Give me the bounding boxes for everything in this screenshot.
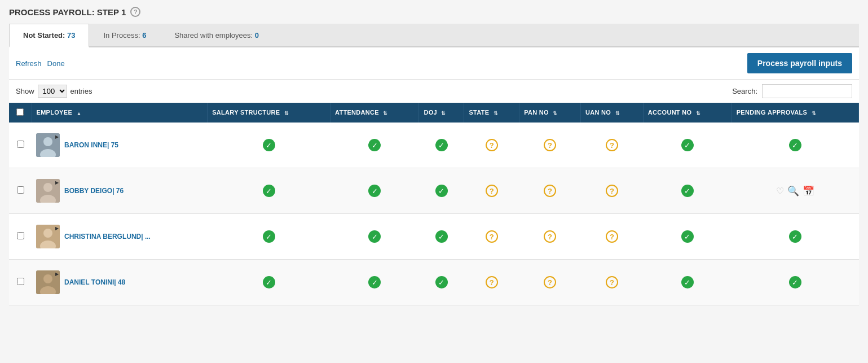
search-label: Search:: [732, 87, 757, 95]
salary-structure-cell: ✓: [208, 168, 331, 214]
employee-name[interactable]: BOBBY DEIGO| 76: [64, 187, 124, 195]
sort-pending-icon: ⇅: [812, 111, 816, 116]
row-checkbox[interactable]: [17, 141, 24, 148]
check-icon: ✓: [681, 230, 694, 243]
pan-no-cell: ?: [519, 123, 581, 168]
search-input[interactable]: [762, 84, 852, 98]
row-checkbox[interactable]: [17, 232, 24, 239]
check-icon: ✓: [789, 276, 801, 288]
select-all-checkbox[interactable]: [16, 108, 24, 116]
th-pending-approvals[interactable]: PENDING APPROVALS ⇅: [732, 103, 858, 123]
check-icon: ✓: [435, 230, 448, 243]
th-state[interactable]: STATE ⇅: [464, 103, 519, 123]
account-no-cell: ✓: [643, 123, 732, 168]
question-icon: ?: [486, 139, 498, 151]
state-cell: ?: [464, 168, 519, 214]
th-checkbox: [9, 103, 32, 123]
check-icon: ✓: [368, 230, 381, 243]
svg-point-1: [43, 137, 52, 146]
calendar-icon[interactable]: 📅: [803, 185, 814, 197]
pending-approvals-cell: ✓: [732, 214, 858, 260]
sort-salary-icon: ⇅: [284, 111, 289, 116]
employee-cell: ▶ BARON INNE| 75: [32, 123, 208, 168]
state-cell: ?: [464, 123, 519, 168]
check-icon: ✓: [435, 185, 448, 197]
sort-pan-icon: ⇅: [553, 111, 557, 116]
check-icon: ✓: [435, 139, 448, 151]
check-icon: ✓: [263, 276, 275, 288]
account-no-cell: ✓: [643, 168, 732, 214]
heart-icon[interactable]: ♡: [776, 186, 784, 196]
done-link[interactable]: Done: [47, 59, 65, 68]
uan-no-cell: ?: [580, 260, 643, 305]
question-icon: ?: [486, 185, 498, 197]
pan-no-cell: ?: [519, 260, 581, 305]
binoculars-icon[interactable]: 🔍: [787, 185, 799, 197]
doj-cell: ✓: [419, 123, 464, 168]
employee-name[interactable]: BARON INNE| 75: [64, 141, 118, 149]
avatar: ▶: [36, 179, 60, 203]
page-title: PROCESS PAYROLL: STEP 1 ?: [9, 7, 859, 17]
table-row: ▶ BARON INNE| 75 ✓ ✓ ✓ ? ? ? ✓ ✓: [9, 123, 859, 168]
th-doj[interactable]: DOJ ⇅: [419, 103, 464, 123]
question-icon: ?: [606, 139, 618, 151]
check-icon: ✓: [368, 139, 381, 151]
account-no-cell: ✓: [643, 260, 732, 305]
pan-no-cell: ?: [519, 168, 581, 214]
check-icon: ✓: [263, 230, 275, 243]
check-icon: ✓: [789, 230, 801, 243]
pending-approvals-cell: ✓: [732, 260, 858, 305]
avatar: ▶: [36, 270, 60, 294]
tab-in-process[interactable]: In Process: 6: [89, 24, 160, 46]
question-icon: ?: [486, 230, 498, 243]
row-checkbox[interactable]: [17, 278, 24, 285]
employee-name[interactable]: DANIEL TONINI| 48: [64, 278, 125, 286]
th-attendance[interactable]: ATTENDANCE ⇅: [330, 103, 419, 123]
employee-info: ▶ BARON INNE| 75: [36, 128, 203, 162]
employee-name[interactable]: CHRISTINA BERGLUND| ...: [64, 233, 151, 240]
check-icon: ✓: [789, 139, 801, 151]
help-icon[interactable]: ?: [130, 7, 140, 17]
table-wrapper: EMPLOYEE ▲ SALARY STRUCTURE ⇅ ATTENDANCE…: [9, 103, 859, 305]
pan-no-cell: ?: [519, 214, 581, 260]
pending-approvals-cell: ✓: [732, 123, 858, 168]
sort-uan-icon: ⇅: [615, 111, 620, 116]
table-body: ▶ BARON INNE| 75 ✓ ✓ ✓ ? ? ? ✓ ✓ ▶ BOBBY…: [9, 123, 859, 305]
check-icon: ✓: [263, 185, 275, 197]
th-uan-no[interactable]: UAN NO ⇅: [580, 103, 643, 123]
doj-cell: ✓: [419, 260, 464, 305]
process-payroll-button[interactable]: Process payroll inputs: [747, 53, 852, 73]
sort-employee-icon: ▲: [76, 111, 81, 116]
tab-shared[interactable]: Shared with employees: 0: [160, 24, 273, 46]
pending-approvals-cell: ♡ 🔍 📅: [732, 168, 858, 214]
check-icon: ✓: [368, 185, 381, 197]
question-icon: ?: [544, 139, 556, 151]
avatar-arrow-icon: ▶: [55, 134, 59, 139]
th-pan-no[interactable]: PAN NO ⇅: [519, 103, 581, 123]
entries-label: entries: [71, 87, 92, 95]
employee-cell: ▶ CHRISTINA BERGLUND| ...: [32, 214, 208, 260]
employee-info: ▶ CHRISTINA BERGLUND| ...: [36, 220, 203, 253]
salary-structure-cell: ✓: [208, 214, 331, 260]
avatar: ▶: [36, 225, 60, 248]
avatar-arrow-icon: ▶: [55, 226, 59, 231]
page-title-text: PROCESS PAYROLL: STEP 1: [9, 7, 126, 17]
account-no-cell: ✓: [643, 214, 732, 260]
question-icon: ?: [606, 230, 618, 243]
check-icon: ✓: [681, 276, 694, 288]
svg-point-7: [43, 229, 52, 238]
employee-info: ▶ BOBBY DEIGO| 76: [36, 174, 203, 208]
th-salary-structure[interactable]: SALARY STRUCTURE ⇅: [208, 103, 331, 123]
row-checkbox-cell: [9, 168, 32, 214]
entries-select[interactable]: 10 25 50 100: [38, 85, 67, 98]
row-checkbox[interactable]: [17, 186, 24, 194]
tab-not-started[interactable]: Not Started: 73: [9, 24, 89, 47]
attendance-cell: ✓: [330, 168, 419, 214]
th-account-no[interactable]: ACCOUNT NO ⇅: [643, 103, 732, 123]
check-icon: ✓: [368, 276, 381, 288]
employee-cell: ▶ BOBBY DEIGO| 76: [32, 168, 208, 214]
refresh-link[interactable]: Refresh: [16, 59, 42, 68]
th-employee[interactable]: EMPLOYEE ▲: [32, 103, 208, 123]
table-row: ▶ BOBBY DEIGO| 76 ✓ ✓ ✓ ? ? ? ✓ ♡ 🔍 📅: [9, 168, 859, 214]
question-icon: ?: [606, 276, 618, 288]
